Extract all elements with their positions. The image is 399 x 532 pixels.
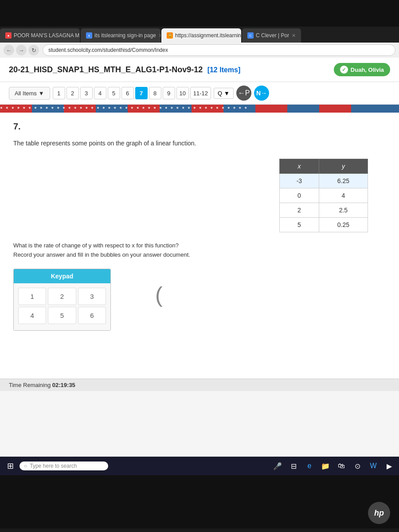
followup-line1: What is the rate of change of y with res… bbox=[13, 241, 386, 250]
q-dropdown[interactable]: Q ▼ bbox=[214, 88, 234, 99]
cell-y-3: 2.5 bbox=[319, 203, 368, 218]
top-bezel bbox=[0, 0, 399, 27]
nav-toolbar: All Items ▼ 1 2 3 4 5 6 7 8 9 10 11-12 Q… bbox=[0, 82, 399, 105]
cell-y-1: 6.25 bbox=[319, 174, 368, 188]
browser-chrome: ● POOR MAN'S LASAGNA MELT ✕ it its itsle… bbox=[0, 27, 399, 58]
page-num-9[interactable]: 9 bbox=[163, 87, 175, 99]
tab-label-lasagna: POOR MAN'S LASAGNA MELT bbox=[14, 32, 80, 39]
items-count: [12 Items] bbox=[207, 66, 241, 74]
keypad-body: 1 2 3 4 5 6 bbox=[14, 283, 110, 330]
taskbar-search[interactable]: ○ Type here to search bbox=[20, 462, 108, 470]
page-num-3[interactable]: 3 bbox=[80, 87, 93, 99]
refresh-button[interactable]: ↻ bbox=[28, 45, 39, 55]
page-num-6[interactable]: 6 bbox=[121, 87, 134, 99]
q-arrow-icon: ▼ bbox=[224, 90, 230, 97]
col-header-y: y bbox=[319, 159, 368, 174]
page-title: 20-21_HISD_SNAP1_HS_MTH_E_ALG1-P1-Nov9-1… bbox=[9, 65, 240, 74]
col-header-x: x bbox=[280, 159, 319, 174]
bottom-bezel: hp bbox=[0, 475, 399, 528]
tab-close-clever[interactable]: ✕ bbox=[292, 33, 296, 39]
page-num-11-12[interactable]: 11-12 bbox=[190, 87, 211, 99]
tab-favicon-itslearning: it bbox=[86, 32, 92, 39]
forward-button[interactable]: → bbox=[16, 45, 27, 55]
cell-x-2: 0 bbox=[280, 188, 319, 203]
page-num-5[interactable]: 5 bbox=[108, 87, 120, 99]
tab-label-clever: C Clever | Por bbox=[256, 32, 289, 39]
keypad-header: Keypad bbox=[14, 269, 110, 283]
dropdown-arrow-icon: ▼ bbox=[39, 90, 44, 97]
word-icon[interactable]: W bbox=[367, 460, 379, 472]
prev-button[interactable]: ←P bbox=[236, 86, 251, 101]
tab-close-itslearning[interactable]: ✕ bbox=[159, 33, 160, 39]
keypad-container: Keypad 1 2 3 4 5 6 bbox=[13, 269, 111, 331]
back-button[interactable]: ← bbox=[4, 45, 14, 55]
data-table: x y -3 6.25 0 4 2 2.5 bbox=[279, 159, 368, 232]
next-icon: N→ bbox=[256, 90, 267, 97]
cell-x-3: 2 bbox=[280, 203, 319, 218]
followup-line2: Record your answer and fill in the bubbl… bbox=[13, 250, 386, 260]
tab-lasagna[interactable]: ● POOR MAN'S LASAGNA MELT ✕ bbox=[0, 28, 80, 43]
all-items-button[interactable]: All Items ▼ bbox=[9, 87, 50, 100]
table-row: 0 4 bbox=[280, 188, 368, 203]
page-header: 20-21_HISD_SNAP1_HS_MTH_E_ALG1-P1-Nov9-1… bbox=[0, 58, 399, 82]
keypad-key-6[interactable]: 6 bbox=[78, 307, 106, 324]
data-table-wrapper: x y -3 6.25 0 4 2 2.5 bbox=[13, 159, 386, 232]
media-icon[interactable]: ▶ bbox=[383, 460, 395, 472]
nav-buttons: ← → ↻ bbox=[4, 45, 39, 55]
tab-favicon-lasagna: ● bbox=[5, 32, 12, 39]
search-placeholder: Type here to search bbox=[30, 463, 77, 469]
windows-start-button[interactable]: ⊞ bbox=[4, 459, 17, 473]
question-area: 7. The table represents some points on t… bbox=[0, 113, 399, 379]
store-icon[interactable]: 🛍 bbox=[335, 460, 348, 472]
page-num-1[interactable]: 1 bbox=[53, 87, 65, 99]
next-button[interactable]: N→ bbox=[254, 86, 269, 101]
taskbar: ⊞ ○ Type here to search 🎤 ⊟ e 📁 🛍 ⊙ W ▶ bbox=[0, 457, 399, 475]
page-num-4[interactable]: 4 bbox=[94, 87, 106, 99]
address-input[interactable] bbox=[43, 44, 395, 56]
page-num-2[interactable]: 2 bbox=[66, 87, 79, 99]
page-numbers: 1 2 3 4 5 6 7 8 9 10 11-12 bbox=[53, 87, 211, 99]
page-num-7[interactable]: 7 bbox=[135, 87, 148, 99]
question-text: The table represents some points on the … bbox=[13, 139, 386, 148]
text-cursor: ( bbox=[155, 282, 163, 308]
cell-y-2: 4 bbox=[319, 188, 368, 203]
tab-label-itslearning: its itslearning sign-in page bbox=[94, 32, 156, 39]
taskbar-icons: 🎤 ⊟ e 📁 🛍 ⊙ W ▶ bbox=[271, 460, 395, 472]
tab-clever[interactable]: C C Clever | Por ✕ bbox=[242, 28, 301, 43]
keypad-key-3[interactable]: 3 bbox=[78, 288, 106, 305]
all-items-label: All Items bbox=[15, 90, 37, 97]
files-icon[interactable]: 📁 bbox=[319, 460, 332, 472]
search-icon: ○ bbox=[24, 463, 27, 469]
keypad-key-4[interactable]: 4 bbox=[18, 307, 46, 324]
time-label: Time Remaining bbox=[9, 382, 51, 388]
answer-row: Keypad 1 2 3 4 5 6 ( bbox=[13, 269, 386, 331]
tab-bar: ● POOR MAN'S LASAGNA MELT ✕ it its itsle… bbox=[0, 27, 399, 43]
keypad-key-2[interactable]: 2 bbox=[48, 288, 76, 305]
q-label: Q bbox=[218, 90, 222, 97]
task-view-icon[interactable]: ⊟ bbox=[287, 460, 300, 472]
main-content: 20-21_HISD_SNAP1_HS_MTH_E_ALG1-P1-Nov9-1… bbox=[0, 58, 399, 457]
cell-y-4: 0.25 bbox=[319, 218, 368, 232]
page-num-8[interactable]: 8 bbox=[149, 87, 161, 99]
question-number: 7. bbox=[13, 121, 386, 132]
table-row: -3 6.25 bbox=[280, 174, 368, 188]
hp-logo: hp bbox=[368, 502, 390, 524]
keypad-key-5[interactable]: 5 bbox=[48, 307, 76, 324]
page-num-10[interactable]: 10 bbox=[176, 87, 189, 99]
user-name: Duah, Olivia bbox=[351, 66, 384, 73]
tab-assignment[interactable]: 🔒 https://assignment.itslearning... ✕ bbox=[161, 28, 241, 43]
tab-favicon-clever: C bbox=[247, 32, 254, 39]
chrome-icon[interactable]: ⊙ bbox=[351, 460, 364, 472]
mic-icon[interactable]: 🎤 bbox=[271, 460, 284, 472]
tab-favicon-assignment: 🔒 bbox=[167, 32, 173, 39]
checkmark-icon: ✓ bbox=[340, 66, 348, 74]
keypad-row-1: 1 2 3 bbox=[18, 288, 106, 305]
tab-itslearning[interactable]: it its itslearning sign-in page ✕ bbox=[81, 28, 160, 43]
time-value: 02:19:35 bbox=[52, 382, 75, 388]
edge-icon[interactable]: e bbox=[303, 460, 316, 472]
user-badge[interactable]: ✓ Duah, Olivia bbox=[334, 63, 390, 76]
keypad-row-2: 4 5 6 bbox=[18, 307, 106, 324]
followup-text: What is the rate of change of y with res… bbox=[13, 241, 386, 260]
decorative-dots-strip bbox=[0, 105, 399, 113]
keypad-key-1[interactable]: 1 bbox=[18, 288, 46, 305]
